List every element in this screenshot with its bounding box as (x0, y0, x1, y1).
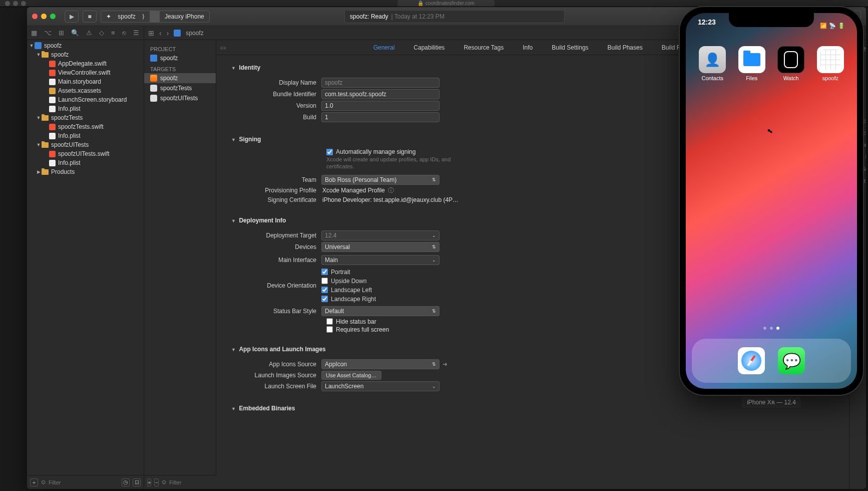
team-select[interactable]: Bob Ross (Personal Team)⇅ (321, 175, 440, 185)
outline-toggle-icon[interactable]: ▭ (220, 44, 226, 55)
tree-row[interactable]: Info.plist (27, 104, 144, 113)
navigator: ▦ ⌥ ⊞ 🔍 ⚠ ◇ ≡ ⎋ ☰ ▼spoofz▼spoofzAppDeleg… (27, 26, 144, 489)
targets-list[interactable]: PROJECT spoofz TARGETS spoofz spoofzTest… (144, 40, 216, 489)
portrait-checkbox[interactable] (321, 269, 328, 275)
scm-filter-icon[interactable]: ⊡ (133, 478, 141, 486)
full-screen-checkbox[interactable] (326, 326, 333, 333)
tab-info[interactable]: Info (523, 44, 533, 55)
tab-build-phases[interactable]: Build Phases (608, 44, 643, 55)
folder-nav-icon[interactable]: ▦ (31, 29, 37, 37)
minimize-icon[interactable] (41, 14, 47, 19)
url-bar[interactable]: 🔒 coordinatesfinder.com (397, 0, 495, 7)
navigator-filter[interactable]: + ⊙ ◷ ⊡ (27, 475, 144, 489)
spoofz-icon (817, 46, 844, 73)
main-interface-select[interactable]: Main⌄ (321, 255, 440, 265)
use-asset-catalog-button[interactable]: Use Asset Catalog… (321, 371, 381, 380)
tree-row[interactable]: Info.plist (27, 131, 144, 140)
tree-row[interactable]: LaunchScreen.storyboard (27, 95, 144, 104)
project-tree[interactable]: ▼spoofz▼spoofzAppDelegate.swiftViewContr… (27, 40, 144, 475)
back-icon[interactable]: ‹ (159, 29, 162, 37)
tab-build-settings[interactable]: Build Settings (552, 44, 588, 55)
activity-status: spoofz: Ready | Today at 12:23 PM (344, 10, 565, 23)
close-icon[interactable] (32, 14, 38, 19)
tree-row[interactable]: ▼spoofz (27, 41, 144, 50)
go-arrow-icon[interactable]: ➜ (443, 361, 448, 368)
info-icon[interactable]: ⓘ (388, 186, 394, 195)
version-field[interactable] (321, 101, 440, 111)
landscape-left-checkbox[interactable] (321, 287, 328, 293)
tree-row[interactable]: spoofzTests.swift (27, 122, 144, 131)
project-icon (150, 55, 157, 62)
debug-nav-icon[interactable]: ≡ (111, 29, 115, 37)
bundle-id-field[interactable] (321, 89, 440, 99)
test-nav-icon[interactable]: ◇ (99, 29, 104, 37)
report-nav-icon[interactable]: ☰ (133, 29, 139, 37)
signal-icon: 📶 (820, 23, 827, 29)
contacts-icon: 👤 (699, 46, 726, 73)
battery-icon: 🔋 (838, 23, 845, 29)
breakpoint-nav-icon[interactable]: ⎋ (122, 29, 126, 37)
tree-row[interactable]: ▼spoofzUITests (27, 140, 144, 149)
tree-row[interactable]: ▼spoofzTests (27, 113, 144, 122)
target-spoofz-tests[interactable]: spoofzTests (144, 83, 216, 93)
tree-row[interactable]: ▼spoofz (27, 50, 144, 59)
auto-signing-checkbox[interactable] (326, 149, 333, 155)
recent-filter-icon[interactable]: ◷ (122, 478, 130, 486)
simulator: 12:23 📶📡🔋 👤Contacts Files Watch spoofz 💬… (680, 7, 863, 406)
target-spoofz[interactable]: spoofz (144, 73, 216, 83)
display-name-field[interactable] (321, 78, 440, 88)
tree-row[interactable]: AppDelegate.swift (27, 59, 144, 68)
launch-screen-select[interactable]: LaunchScreen⌄ (321, 381, 440, 391)
tree-row[interactable]: Info.plist (27, 158, 144, 167)
tab-general[interactable]: General (373, 44, 395, 55)
find-nav-icon[interactable]: 🔍 (71, 29, 79, 37)
deployment-target-select[interactable]: 12.4⌄ (321, 230, 440, 240)
symbol-nav-icon[interactable]: ⊞ (59, 29, 64, 37)
tab-resource-tags[interactable]: Resource Tags (464, 44, 504, 55)
app-messages[interactable]: 💬 (778, 347, 805, 374)
jump-path[interactable]: spoofz (186, 30, 203, 37)
project-item[interactable]: spoofz (144, 53, 216, 63)
status-bar-select[interactable]: Default⇅ (321, 306, 440, 316)
stop-button[interactable]: ■ (83, 11, 97, 23)
tree-row[interactable]: spoofzUITests.swift (27, 149, 144, 158)
forward-icon[interactable]: › (167, 29, 169, 37)
app-spoofz[interactable]: spoofz (817, 46, 844, 81)
landscape-right-checkbox[interactable] (321, 296, 328, 302)
build-field[interactable] (321, 112, 440, 122)
navigator-selector[interactable]: ▦ ⌥ ⊞ 🔍 ⚠ ◇ ≡ ⎋ ☰ (27, 26, 144, 40)
filter-icon: ⊙ (162, 479, 166, 485)
tree-row[interactable]: ViewController.swift (27, 68, 144, 77)
app-files[interactable]: Files (738, 46, 765, 81)
window-controls[interactable] (32, 14, 56, 19)
app-contacts[interactable]: 👤Contacts (699, 46, 726, 81)
target-spoofz-uitests[interactable]: spoofzUITests (144, 93, 216, 103)
zoom-icon[interactable] (50, 14, 56, 19)
tree-row[interactable]: Assets.xcassets (27, 86, 144, 95)
devices-select[interactable]: Universal⇅ (321, 242, 440, 252)
scheme-selector[interactable]: ✦ spoofz ⟩ Jeauxy iPhone (101, 11, 210, 23)
remove-target-button[interactable]: − (154, 478, 158, 486)
messages-icon: 💬 (782, 352, 801, 370)
hide-status-checkbox[interactable] (326, 318, 333, 325)
targets-filter[interactable]: + − ⊙ (144, 475, 216, 489)
targets-filter-input[interactable] (169, 479, 238, 485)
filter-input[interactable] (49, 479, 119, 485)
auto-signing-hint: Xcode will create and update profiles, a… (326, 156, 477, 173)
page-dots[interactable] (686, 327, 857, 330)
related-items-icon[interactable]: ⊞ (148, 29, 154, 37)
app-safari[interactable] (738, 347, 765, 374)
tree-row[interactable]: ▶Products (27, 167, 144, 176)
tree-row[interactable]: Main.storyboard (27, 77, 144, 86)
app-watch[interactable]: Watch (777, 46, 804, 81)
iphone-screen[interactable]: 12:23 📶📡🔋 👤Contacts Files Watch spoofz 💬 (686, 13, 857, 389)
add-target-button[interactable]: + (147, 478, 151, 486)
tab-capabilities[interactable]: Capabilities (413, 44, 445, 55)
run-button[interactable]: ▶ (65, 11, 79, 23)
app-icon-source-select[interactable]: AppIcon⇅ (321, 359, 440, 369)
issue-nav-icon[interactable]: ⚠ (86, 29, 92, 37)
source-control-icon[interactable]: ⌥ (44, 29, 52, 37)
upside-checkbox[interactable] (321, 278, 328, 284)
clock: 12:23 (698, 18, 716, 33)
add-button[interactable]: + (30, 478, 38, 486)
